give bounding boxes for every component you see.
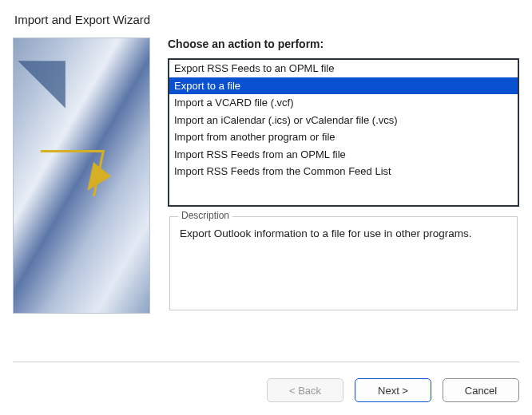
wizard-content: Choose an action to perform: Export RSS … (13, 38, 519, 347)
arrow-icon (18, 38, 89, 109)
cancel-button[interactable]: Cancel (443, 378, 519, 402)
arrow-outline-icon (31, 150, 105, 196)
wizard-title: Import and Export Wizard (14, 13, 519, 26)
action-item[interactable]: Import RSS Feeds from an OPML file (169, 146, 518, 164)
description-box: Description Export Outlook information t… (169, 216, 518, 310)
back-button: < Back (267, 378, 343, 402)
import-export-wizard: Import and Export Wizard Choose an actio… (0, 0, 532, 415)
action-list[interactable]: Export RSS Feeds to an OPML fileExport t… (168, 58, 519, 207)
action-item[interactable]: Import from another program or file (169, 128, 518, 146)
wizard-illustration (13, 38, 150, 314)
action-item[interactable]: Import an iCalendar (.ics) or vCalendar … (169, 112, 518, 129)
wizard-footer: < Back Next > Cancel (13, 362, 519, 402)
action-item[interactable]: Export RSS Feeds to an OPML file (169, 60, 518, 77)
action-item[interactable]: Import RSS Feeds from the Common Feed Li… (169, 163, 518, 180)
action-item[interactable]: Export to a file (169, 77, 518, 95)
description-text: Export Outlook information to a file for… (180, 222, 507, 242)
wizard-main-pane: Choose an action to perform: Export RSS … (168, 38, 519, 347)
next-button[interactable]: Next > (355, 378, 431, 402)
description-label: Description (178, 210, 232, 221)
action-item[interactable]: Import a VCARD file (.vcf) (169, 94, 518, 112)
action-prompt: Choose an action to perform: (168, 38, 519, 50)
